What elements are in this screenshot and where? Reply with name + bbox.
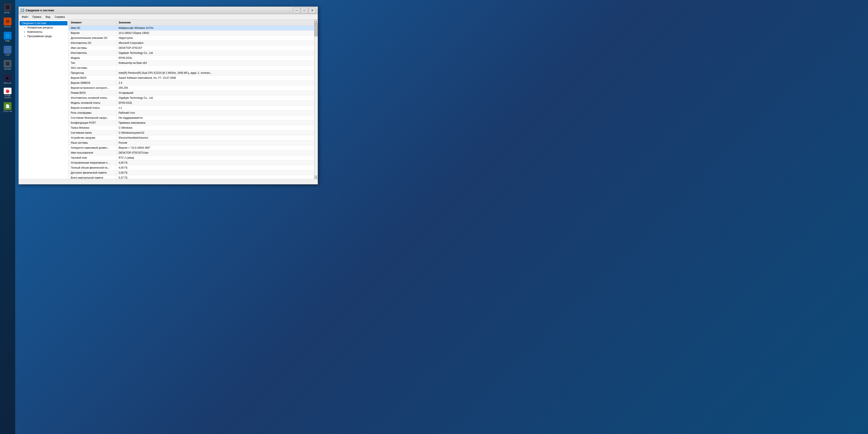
table-cell-key: Полный объем физической па... bbox=[69, 165, 116, 170]
table-cell-value: EP45-DS3L bbox=[116, 56, 314, 61]
table-row: Дополнительное описание ОСНедоступно bbox=[69, 36, 314, 40]
table-row: Версия BIOSAward Software International,… bbox=[69, 75, 314, 81]
table-cell-value: Россия bbox=[116, 141, 314, 145]
table-cell-value: Рабочий стол bbox=[116, 111, 314, 116]
table-cell-value: C:\Windows\system32 bbox=[116, 130, 314, 135]
scrollbar-up-btn[interactable]: ▲ bbox=[314, 20, 318, 23]
tree-expand-hardware: + bbox=[24, 27, 27, 29]
status-bar bbox=[19, 179, 318, 184]
table-cell-key: Роль платформы bbox=[69, 111, 116, 116]
tree-label-components: Компоненты bbox=[27, 30, 42, 33]
table-row: Версия основной платыx.x bbox=[69, 105, 314, 111]
minimize-button[interactable]: — bbox=[293, 8, 300, 13]
taskbar-item-stdu[interactable]: 📄 STDU Vie bbox=[1, 101, 14, 114]
table-row: Полный объем физической па...4,00 ГБ bbox=[69, 165, 314, 170]
taskbar-item-microsoft[interactable]: Ⓜ Microso bbox=[1, 16, 14, 29]
table-cell-value: Компьютер на базе x64 bbox=[116, 61, 314, 65]
table-cell-key: Версия bbox=[69, 31, 116, 36]
table-row: Аппаратно-зависимый уровен...Версия = "1… bbox=[69, 145, 314, 150]
scrollbar-down-btn[interactable]: ▼ bbox=[314, 176, 318, 179]
taskbar-item-3dviewer[interactable]: 🖼 3DVie... bbox=[1, 2, 14, 15]
microsoft-icon: Ⓜ bbox=[4, 18, 11, 25]
tree-panel: Сведения о системе + Аппаратные ресурсы … bbox=[19, 20, 69, 179]
table-cell-key: Системная папка bbox=[69, 130, 116, 135]
table-cell-key: Имя ОС bbox=[69, 26, 116, 31]
table-cell-value: C:\Windows bbox=[116, 125, 314, 130]
table-cell-key: Имя пользователя bbox=[69, 150, 116, 155]
table-row: Модель основной платыEP45-DS3L bbox=[69, 100, 314, 105]
taskbar-label-hanview: IanView bbox=[4, 68, 11, 70]
taskbar-item-hanview[interactable]: 🖼 IanView bbox=[1, 59, 14, 72]
table-cell-key: Доступно физической памяти bbox=[69, 170, 116, 175]
table-row: Имя системыDESKTOP-3T5CIST bbox=[69, 45, 314, 51]
table-row: Версия встроенного контролл...255.255 bbox=[69, 86, 314, 91]
menu-view[interactable]: Вид bbox=[43, 15, 53, 19]
taskbar-label-stdu: STDU Vie bbox=[3, 111, 12, 113]
close-button[interactable]: ✕ bbox=[309, 8, 316, 13]
table-cell-key: Версия SMBIOS bbox=[69, 81, 116, 86]
table-row: ПроцессорIntel(R) Pentium(R) Dual CPU E2… bbox=[69, 70, 314, 75]
table-cell-key: Модель bbox=[69, 56, 116, 61]
table-row: Имя ОСМайкрософт Windows 10 Pro bbox=[69, 26, 314, 31]
table-cell-key: Изготовитель основной платы bbox=[69, 95, 116, 100]
taskbar-label-aimp: AIMP bbox=[5, 54, 10, 56]
table-row: Состояние безопасной загруз...Не поддерж… bbox=[69, 116, 314, 120]
table-row: Версия SMBIOS2.4 bbox=[69, 81, 314, 86]
table-cell-key: Дополнительное описание ОС bbox=[69, 36, 116, 40]
table-cell-key: Имя системы bbox=[69, 45, 116, 51]
table-cell-value: Версия = "10.0.19041.964" bbox=[116, 145, 314, 150]
taskbar: 🖼 3DVie... Ⓜ Microso 🌐 Edge 🎵 AIMP 🖼 Ian… bbox=[0, 0, 15, 434]
taskbar-item-mpc-hc[interactable]: ▶ MPC-HC bbox=[1, 73, 14, 86]
tree-item-software[interactable]: + Программная среда bbox=[20, 34, 67, 38]
taskbar-label-google-chrome: Google Chrome bbox=[2, 95, 13, 99]
hanview-icon: 🖼 bbox=[4, 60, 11, 68]
menu-edit[interactable]: Правка bbox=[30, 15, 43, 19]
table-cell-value: 2,09 ГБ bbox=[116, 170, 314, 175]
content-area: Сведения о системе + Аппаратные ресурсы … bbox=[19, 20, 318, 179]
table-cell-key: Конфигурация PCR7 bbox=[69, 120, 116, 125]
tree-expand-components: + bbox=[24, 31, 27, 33]
table-cell-value: 4,00 ГБ bbox=[116, 160, 314, 165]
table-cell-key: Версия BIOS bbox=[69, 75, 116, 81]
table-cell-value: 4,00 ГБ bbox=[116, 165, 314, 170]
table-cell-key: Состояние безопасной загруз... bbox=[69, 116, 116, 120]
table-cell-key: Модель основной платы bbox=[69, 100, 116, 105]
3dviewer-icon: 🖼 bbox=[4, 3, 11, 11]
scrollbar-track[interactable] bbox=[314, 23, 318, 176]
table-cell-key: Режим BIOS bbox=[69, 91, 116, 95]
mpc-hc-icon: ▶ bbox=[4, 74, 11, 82]
table-cell-value: 10.0.19042 Сборка 19042 bbox=[116, 31, 314, 36]
table-cell-value: Майкрософт Windows 10 Pro bbox=[116, 26, 314, 31]
col-header-value: Значение bbox=[116, 20, 314, 26]
table-cell-value: x.x bbox=[116, 105, 314, 111]
table-cell-key: Папка Windows bbox=[69, 125, 116, 130]
data-panel[interactable]: Элемент Значение Имя ОСМайкрософт Window… bbox=[69, 20, 314, 179]
taskbar-label-microsoft: Microso bbox=[4, 26, 11, 28]
scrollbar-thumb[interactable] bbox=[314, 23, 318, 36]
tree-item-components[interactable]: + Компоненты bbox=[20, 30, 67, 34]
tree-item-hardware[interactable]: + Аппаратные ресурсы bbox=[20, 25, 67, 30]
taskbar-item-edge[interactable]: 🌐 Edge bbox=[1, 30, 14, 43]
menu-help[interactable]: Справка bbox=[53, 15, 67, 19]
table-cell-key: Изготовитель ОС bbox=[69, 40, 116, 45]
sysinfo-window: ℹ️ Сведения о системе — □ ✕ Файл Правка … bbox=[19, 6, 318, 184]
table-cell-value: Gigabyte Technology Co., Ltd. bbox=[116, 95, 314, 100]
tree-item-sysinfo[interactable]: Сведения о системе bbox=[20, 21, 67, 25]
chrome-icon: ⬤ bbox=[4, 88, 11, 94]
table-row: Изготовитель ОСMicrosoft Corporation bbox=[69, 40, 314, 45]
taskbar-item-aimp[interactable]: 🎵 AIMP bbox=[1, 44, 14, 58]
table-cell-key: Изготовитель bbox=[69, 51, 116, 56]
scrollbar[interactable]: ▲ ▼ bbox=[314, 20, 318, 179]
table-cell-key: Аппаратно-зависимый уровен... bbox=[69, 145, 116, 150]
table-cell-key: Устройство загрузки bbox=[69, 135, 116, 141]
tree-expand-software: + bbox=[24, 35, 27, 37]
menu-bar: Файл Правка Вид Справка bbox=[19, 14, 318, 20]
table-cell-key: Тип bbox=[69, 61, 116, 65]
table-row: ИзготовительGigabyte Technology Co., Ltd… bbox=[69, 51, 314, 56]
desktop: 🖼 3DVie... Ⓜ Microso 🌐 Edge 🎵 AIMP 🖼 Ian… bbox=[0, 0, 868, 434]
maximize-button[interactable]: □ bbox=[301, 8, 308, 13]
title-bar: ℹ️ Сведения о системе — □ ✕ bbox=[19, 7, 318, 14]
taskbar-item-google-chrome[interactable]: ⬤ Google Chrome bbox=[1, 87, 14, 100]
window-controls: — □ ✕ bbox=[293, 8, 316, 13]
menu-file[interactable]: Файл bbox=[20, 15, 30, 19]
